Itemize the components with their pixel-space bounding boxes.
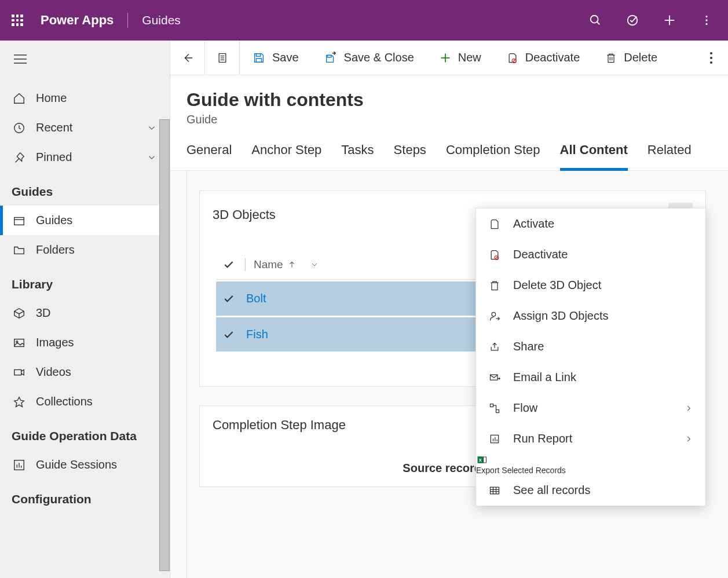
sidebar-item-collections[interactable]: Collections	[0, 387, 170, 416]
nav-pinned[interactable]: Pinned	[0, 142, 170, 172]
ctx-label: Share	[513, 340, 544, 353]
context-menu: Activate Deactivate Delete 3D Object Ass…	[475, 208, 706, 506]
nav-home[interactable]: Home	[0, 83, 170, 113]
save-label: Save	[272, 51, 299, 64]
save-icon	[253, 52, 265, 64]
chevron-down-icon	[147, 123, 157, 133]
svg-line-31	[513, 59, 515, 62]
tab-related[interactable]: Related	[647, 142, 692, 170]
ctx-label: Assign 3D Objects	[513, 309, 609, 323]
tab-steps[interactable]: Steps	[394, 142, 426, 170]
svg-rect-50	[484, 457, 486, 463]
ctx-label: Export Selected Records	[476, 466, 566, 475]
ctx-assign[interactable]: Assign 3D Objects	[476, 301, 705, 331]
deactivate-icon	[489, 249, 500, 261]
sidebar-item-label: Guides	[36, 214, 72, 227]
sidebar-item-3d[interactable]: 3D	[0, 298, 170, 328]
new-button[interactable]: New	[427, 41, 494, 75]
command-overflow-icon[interactable]	[694, 52, 728, 64]
ctx-email[interactable]: Email a Link	[476, 362, 705, 393]
ctx-activate[interactable]: Activate	[476, 208, 705, 239]
sidebar: Home Recent Pinned Guides Guides Folders	[0, 41, 170, 578]
deactivate-button[interactable]: Deactivate	[494, 41, 593, 75]
video-icon	[13, 366, 25, 379]
more-vertical-icon[interactable]	[700, 14, 713, 27]
search-icon[interactable]	[589, 14, 602, 27]
svg-point-6	[705, 19, 707, 21]
sidebar-item-videos[interactable]: Videos	[0, 357, 170, 387]
form-selector-button[interactable]	[205, 41, 240, 75]
svg-rect-12	[14, 217, 24, 225]
svg-point-33	[710, 57, 712, 59]
ctx-share[interactable]: Share	[476, 331, 705, 362]
clock-icon	[13, 122, 25, 134]
svg-rect-27	[327, 55, 331, 57]
row-name[interactable]: Fish	[246, 328, 268, 341]
ctx-label: Email a Link	[513, 371, 576, 384]
chevron-down-icon	[147, 152, 157, 163]
tab-general[interactable]: General	[186, 142, 232, 170]
svg-rect-26	[256, 58, 261, 61]
tab-tasks[interactable]: Tasks	[341, 142, 374, 170]
ctx-label: Deactivate	[513, 248, 568, 261]
svg-point-34	[710, 61, 712, 64]
ctx-run-report[interactable]: Run Report	[476, 423, 705, 454]
sidebar-item-sessions[interactable]: Guide Sessions	[0, 450, 170, 480]
ctx-export[interactable]: x Export Selected Records	[476, 454, 705, 475]
vertical-rule	[186, 171, 187, 578]
chart-icon	[13, 459, 25, 471]
nav-recent[interactable]: Recent	[0, 113, 170, 142]
hamburger-icon[interactable]	[0, 46, 170, 72]
tab-anchor-step[interactable]: Anchor Step	[251, 142, 321, 170]
ctx-delete[interactable]: Delete 3D Object	[476, 270, 705, 301]
sidebar-item-label: Collections	[36, 395, 93, 408]
scrollbar[interactable]	[159, 119, 170, 571]
nav-recent-label: Recent	[36, 121, 72, 134]
ctx-see-all[interactable]: See all records	[476, 475, 705, 506]
app-launcher-icon[interactable]	[12, 14, 23, 26]
sidebar-item-label: Folders	[36, 243, 75, 257]
deactivate-label: Deactivate	[525, 51, 580, 64]
nav-pinned-label: Pinned	[36, 151, 72, 164]
delete-button[interactable]: Delete	[592, 41, 670, 75]
section-library: Library	[0, 265, 170, 298]
section-config: Configuration	[0, 480, 170, 513]
row-check-icon[interactable]	[223, 293, 235, 305]
nav-home-label: Home	[36, 92, 67, 105]
select-all-icon[interactable]	[223, 259, 237, 270]
back-button[interactable]	[170, 41, 205, 75]
ctx-deactivate[interactable]: Deactivate	[476, 239, 705, 270]
sidebar-item-images[interactable]: Images	[0, 328, 170, 357]
delete-label: Delete	[624, 51, 657, 64]
svg-rect-51	[491, 487, 499, 494]
tab-completion-step[interactable]: Completion Step	[446, 142, 540, 170]
tab-list: General Anchor Step Tasks Steps Completi…	[170, 126, 728, 171]
sidebar-item-folders[interactable]: Folders	[0, 235, 170, 265]
save-button[interactable]: Save	[240, 41, 312, 75]
tab-all-content[interactable]: All Content	[560, 142, 628, 171]
svg-rect-43	[496, 409, 499, 412]
sidebar-item-guides[interactable]: Guides	[0, 206, 170, 235]
task-icon[interactable]	[626, 14, 639, 27]
save-close-button[interactable]: Save & Close	[312, 41, 427, 75]
environment-name[interactable]: Guides	[142, 13, 181, 27]
table-icon	[489, 485, 500, 496]
row-check-icon[interactable]	[223, 329, 235, 341]
pin-icon	[13, 151, 25, 164]
svg-point-32	[710, 52, 712, 54]
sidebar-item-label: Videos	[36, 365, 71, 379]
svg-point-5	[705, 16, 707, 17]
save-close-icon	[324, 52, 337, 64]
top-app-bar: Power Apps Guides	[0, 0, 728, 41]
add-icon[interactable]	[663, 14, 676, 27]
column-name[interactable]: Name	[254, 258, 319, 271]
ctx-flow[interactable]: Flow	[476, 393, 705, 423]
svg-rect-42	[491, 404, 493, 407]
row-name[interactable]: Bolt	[246, 292, 266, 305]
divider	[245, 258, 246, 271]
record-header: Guide with contents Guide	[170, 75, 728, 126]
main-area: Save Save & Close New Deactivate Delete	[170, 41, 728, 578]
assign-icon	[489, 310, 500, 322]
svg-point-7	[705, 23, 707, 25]
svg-rect-16	[14, 370, 21, 375]
